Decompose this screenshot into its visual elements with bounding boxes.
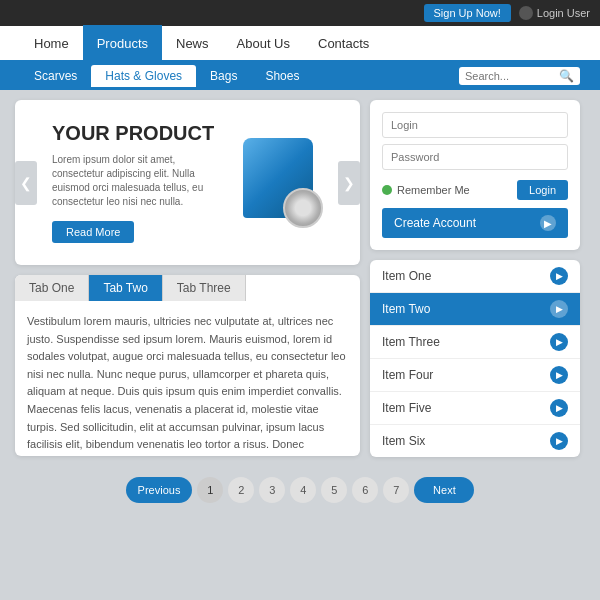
login-widget: Remember Me Login Create Account ▶ [370, 100, 580, 250]
list-item-1-arrow: ▶ [550, 267, 568, 285]
password-input[interactable] [382, 144, 568, 170]
list-item-5-arrow: ▶ [550, 399, 568, 417]
list-item-4-label: Item Four [382, 368, 433, 382]
page-2-button[interactable]: 2 [228, 477, 254, 503]
slider-description: Lorem ipsum dolor sit amet, consectetur … [52, 153, 223, 209]
list-item-3[interactable]: Item Three ▶ [370, 326, 580, 359]
slider-widget: ❮ YOUR PRODUCT Lorem ipsum dolor sit ame… [15, 100, 360, 265]
user-icon [519, 6, 533, 20]
list-item-1[interactable]: Item One ▶ [370, 260, 580, 293]
login-link[interactable]: Login User [519, 6, 590, 20]
login-button[interactable]: Login [517, 180, 568, 200]
login-input[interactable] [382, 112, 568, 138]
search-box[interactable]: 🔍 [459, 67, 580, 85]
tab-one-button[interactable]: Tab One [15, 275, 89, 301]
list-item-3-label: Item Three [382, 335, 440, 349]
sub-nav-shoes[interactable]: Shoes [251, 65, 313, 87]
login-label: Login User [537, 7, 590, 19]
create-account-arrow-icon: ▶ [540, 215, 556, 231]
tab-two-button[interactable]: Tab Two [89, 275, 162, 301]
left-column: ❮ YOUR PRODUCT Lorem ipsum dolor sit ame… [15, 100, 360, 457]
remember-dot [382, 185, 392, 195]
nav-item-news[interactable]: News [162, 25, 223, 61]
list-widget: Item One ▶ Item Two ▶ Item Three ▶ Item … [370, 260, 580, 457]
page-1-button[interactable]: 1 [197, 477, 223, 503]
list-item-2[interactable]: Item Two ▶ [370, 293, 580, 326]
read-more-button[interactable]: Read More [52, 221, 134, 243]
list-item-2-arrow: ▶ [550, 300, 568, 318]
slider-next-arrow[interactable]: ❯ [338, 161, 360, 205]
remember-label: Remember Me [397, 184, 470, 196]
nav-item-about[interactable]: About Us [223, 25, 304, 61]
list-item-4[interactable]: Item Four ▶ [370, 359, 580, 392]
right-column: Remember Me Login Create Account ▶ Item … [370, 100, 580, 457]
login-row: Remember Me Login [382, 180, 568, 200]
slider-prev-arrow[interactable]: ❮ [15, 161, 37, 205]
search-input[interactable] [465, 70, 555, 82]
page-7-button[interactable]: 7 [383, 477, 409, 503]
sub-nav-bags[interactable]: Bags [196, 65, 251, 87]
tab-widget: Tab One Tab Two Tab Three Vestibulum lor… [15, 275, 360, 456]
tab-three-button[interactable]: Tab Three [163, 275, 246, 301]
slider-text: YOUR PRODUCT Lorem ipsum dolor sit amet,… [52, 122, 223, 243]
search-icon[interactable]: 🔍 [559, 69, 574, 83]
page-6-button[interactable]: 6 [352, 477, 378, 503]
create-account-button[interactable]: Create Account ▶ [382, 208, 568, 238]
sub-nav-hats[interactable]: Hats & Gloves [91, 65, 196, 87]
next-button[interactable]: Next [414, 477, 474, 503]
slider-content: YOUR PRODUCT Lorem ipsum dolor sit amet,… [37, 102, 338, 263]
sub-nav-scarves[interactable]: Scarves [20, 65, 91, 87]
list-item-6-arrow: ▶ [550, 432, 568, 450]
slider-title: YOUR PRODUCT [52, 122, 223, 145]
nav-item-contacts[interactable]: Contacts [304, 25, 383, 61]
top-bar: Sign Up Now! Login User [0, 0, 600, 26]
list-item-2-label: Item Two [382, 302, 430, 316]
product-shape [243, 138, 313, 218]
page-4-button[interactable]: 4 [290, 477, 316, 503]
nav-item-products[interactable]: Products [83, 25, 162, 61]
tab-content: Vestibulum lorem mauris, ultricies nec v… [15, 301, 360, 456]
signup-button[interactable]: Sign Up Now! [424, 4, 511, 22]
list-item-4-arrow: ▶ [550, 366, 568, 384]
page-3-button[interactable]: 3 [259, 477, 285, 503]
product-disc [283, 188, 323, 228]
list-item-6-label: Item Six [382, 434, 425, 448]
nav-bar: Home Products News About Us Contacts [0, 26, 600, 62]
product-image [233, 138, 323, 228]
list-item-6[interactable]: Item Six ▶ [370, 425, 580, 457]
pagination: Previous 1 2 3 4 5 6 7 Next [0, 467, 600, 508]
nav-item-home[interactable]: Home [20, 25, 83, 61]
remember-me[interactable]: Remember Me [382, 184, 470, 196]
page-5-button[interactable]: 5 [321, 477, 347, 503]
sub-nav: Scarves Hats & Gloves Bags Shoes 🔍 [0, 62, 600, 90]
prev-button[interactable]: Previous [126, 477, 193, 503]
list-item-3-arrow: ▶ [550, 333, 568, 351]
list-item-1-label: Item One [382, 269, 431, 283]
main-content: ❮ YOUR PRODUCT Lorem ipsum dolor sit ame… [0, 90, 600, 467]
create-account-label: Create Account [394, 216, 476, 230]
list-item-5-label: Item Five [382, 401, 431, 415]
tab-header: Tab One Tab Two Tab Three [15, 275, 360, 301]
list-item-5[interactable]: Item Five ▶ [370, 392, 580, 425]
